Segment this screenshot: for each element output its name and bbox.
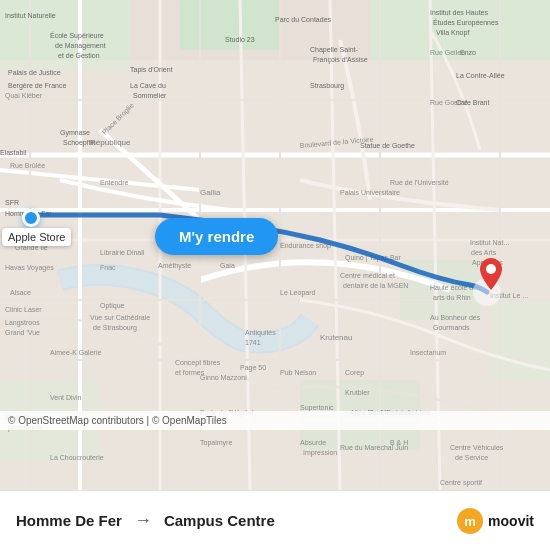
svg-text:Institut des Hautes: Institut des Hautes — [430, 9, 488, 16]
svg-text:Quai Kléber: Quai Kléber — [5, 92, 43, 100]
svg-text:Parc du Contades: Parc du Contades — [275, 16, 332, 23]
svg-text:Langstroos: Langstroos — [5, 319, 40, 327]
svg-text:La Contre-Allée: La Contre-Allée — [456, 72, 505, 79]
svg-text:Studio 23: Studio 23 — [225, 36, 255, 43]
svg-text:Aimee-K Galerie: Aimee-K Galerie — [50, 349, 101, 356]
svg-text:Pub Nelson: Pub Nelson — [280, 369, 316, 376]
moovit-logo-icon: m — [456, 507, 484, 535]
bottom-bar: Homme De Fer → Campus Centre m moovit — [0, 490, 550, 550]
svg-text:Vue sur Cathédrale: Vue sur Cathédrale — [90, 314, 150, 321]
svg-text:Insectarium: Insectarium — [410, 349, 446, 356]
svg-text:Page 50: Page 50 — [240, 364, 266, 372]
svg-text:Rue Brûlée: Rue Brûlée — [10, 162, 45, 169]
svg-text:Centre sportif: Centre sportif — [440, 479, 482, 487]
svg-text:et de Gestion: et de Gestion — [58, 52, 100, 59]
svg-text:SFR: SFR — [5, 199, 19, 206]
svg-text:Optique: Optique — [100, 302, 125, 310]
route-arrow-icon: → — [134, 510, 152, 531]
svg-text:Grand 'Vue: Grand 'Vue — [5, 329, 40, 336]
svg-text:Bergère de France: Bergère de France — [8, 82, 66, 90]
route-from-label: Homme De Fer — [16, 512, 122, 529]
svg-text:La Choucrouterie: La Choucrouterie — [50, 454, 104, 461]
svg-text:1741: 1741 — [245, 339, 261, 346]
svg-text:Clinic Laser: Clinic Laser — [5, 306, 42, 313]
svg-text:Palais Universitaire: Palais Universitaire — [340, 189, 400, 196]
svg-text:Strasbourg: Strasbourg — [310, 82, 344, 90]
svg-text:Cafe Brant: Cafe Brant — [456, 99, 490, 106]
svg-text:Gourmands: Gourmands — [433, 324, 470, 331]
svg-text:Gaia: Gaia — [220, 262, 235, 269]
moovit-text-label: moovit — [488, 513, 534, 529]
svg-text:Havas Voyages: Havas Voyages — [5, 264, 54, 272]
moovit-logo: m moovit — [456, 507, 534, 535]
apple-store-label: Apple Store — [2, 228, 71, 246]
navigate-button[interactable]: M'y rendre — [155, 218, 278, 255]
svg-text:Topalmyre: Topalmyre — [200, 439, 232, 447]
origin-marker — [22, 209, 40, 227]
svg-text:Statue de Goethe: Statue de Goethe — [360, 142, 415, 149]
svg-text:République: République — [90, 138, 131, 147]
map-container: Quai Kléber Boulevard de la Victoire Rue… — [0, 0, 550, 490]
svg-text:Schoepflin: Schoepflin — [63, 139, 96, 147]
svg-text:Tapis d'Orient: Tapis d'Orient — [130, 66, 173, 74]
svg-text:de Management: de Management — [55, 42, 106, 50]
svg-text:Enzo: Enzo — [460, 49, 476, 56]
svg-text:Gallia: Gallia — [200, 188, 221, 197]
svg-text:Villa Knopf: Villa Knopf — [436, 29, 469, 37]
svg-text:Librairie Dinali: Librairie Dinali — [100, 249, 145, 256]
svg-text:Sommelier: Sommelier — [133, 92, 167, 99]
svg-text:Absurde: Absurde — [300, 439, 326, 446]
copyright-bar: © OpenStreetMap contributors | © OpenMap… — [0, 411, 550, 430]
svg-text:de Service: de Service — [455, 454, 488, 461]
svg-text:arts du Rhin: arts du Rhin — [433, 294, 471, 301]
svg-text:Vent Divin: Vent Divin — [50, 394, 82, 401]
svg-text:Le Leopard: Le Leopard — [280, 289, 316, 297]
svg-text:B & H: B & H — [390, 439, 408, 446]
svg-text:Au Bonheur des: Au Bonheur des — [430, 314, 481, 321]
svg-text:Krutbler: Krutbler — [345, 389, 370, 396]
svg-text:Impression: Impression — [303, 449, 337, 457]
svg-text:Alsace: Alsace — [10, 289, 31, 296]
svg-text:Études Européennes: Études Européennes — [433, 18, 499, 27]
svg-text:Antiquités: Antiquités — [245, 329, 276, 337]
svg-text:Améthyste: Améthyste — [158, 262, 191, 270]
svg-text:dentaire de la MGEN: dentaire de la MGEN — [343, 282, 408, 289]
svg-text:Palais de Justice: Palais de Justice — [8, 69, 61, 76]
svg-text:Institut Naturelle: Institut Naturelle — [5, 12, 56, 19]
svg-text:Centre Véhicules: Centre Véhicules — [450, 444, 504, 451]
svg-text:François d'Assise: François d'Assise — [313, 56, 368, 64]
svg-text:Ginno Mazzoni: Ginno Mazzoni — [200, 374, 247, 381]
svg-text:Concept fibres: Concept fibres — [175, 359, 221, 367]
svg-text:Elastabil: Elastabil — [0, 149, 27, 156]
svg-text:Chapelle Saint-: Chapelle Saint- — [310, 46, 359, 54]
svg-text:La Cave du: La Cave du — [130, 82, 166, 89]
svg-point-119 — [486, 264, 496, 274]
destination-marker — [480, 258, 502, 294]
svg-text:de Strasbourg: de Strasbourg — [93, 324, 137, 332]
svg-text:m: m — [464, 514, 476, 529]
svg-text:Institut Nat...: Institut Nat... — [470, 239, 509, 246]
svg-text:Corep: Corep — [345, 369, 364, 377]
route-to-label: Campus Centre — [164, 512, 275, 529]
svg-text:École Supérieure: École Supérieure — [50, 31, 104, 40]
svg-text:Rue de l'Université: Rue de l'Université — [390, 179, 449, 186]
svg-text:des Arts: des Arts — [471, 249, 497, 256]
svg-text:Krutenau: Krutenau — [320, 333, 352, 342]
svg-text:Centre médical et: Centre médical et — [340, 272, 395, 279]
svg-text:Gymnase: Gymnase — [60, 129, 90, 137]
svg-text:Fnac: Fnac — [100, 264, 116, 271]
svg-text:Entendre: Entendre — [100, 179, 129, 186]
